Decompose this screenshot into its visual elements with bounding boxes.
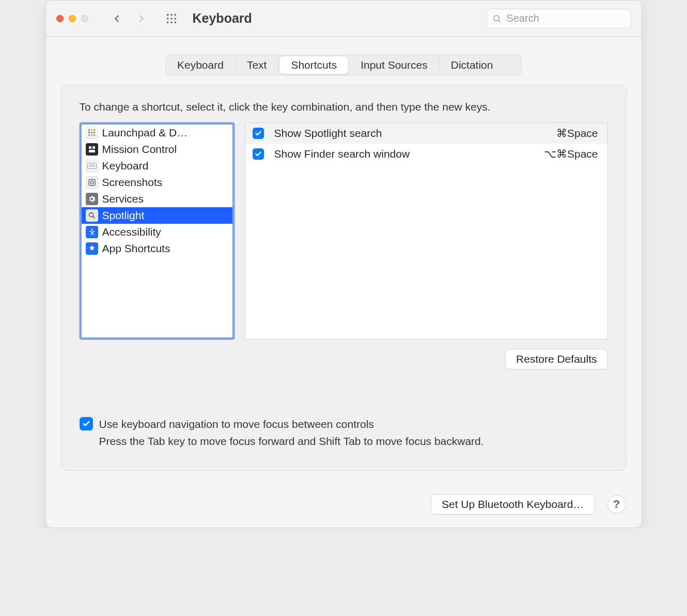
search-icon [492, 13, 502, 24]
svg-rect-13 [93, 129, 95, 131]
tab-text[interactable]: Text [236, 55, 279, 75]
instruction-text: To change a shortcut, select it, click t… [80, 101, 608, 113]
appsc-icon [86, 242, 98, 255]
close-window-button[interactable] [56, 15, 64, 22]
grid-icon [166, 13, 177, 24]
svg-rect-15 [91, 132, 92, 133]
shortcut-row[interactable]: Show Finder search window⌥⌘Space [245, 144, 607, 164]
category-label: Mission Control [102, 143, 177, 156]
keyboard-navigation-checkbox[interactable] [80, 417, 93, 430]
svg-rect-26 [89, 179, 95, 186]
restore-defaults-button[interactable]: Restore Defaults [505, 349, 607, 369]
tab-input-sources[interactable]: Input Sources [349, 55, 440, 75]
search-input[interactable] [505, 12, 625, 25]
svg-point-4 [170, 18, 173, 20]
shortcut-enabled-checkbox[interactable] [253, 148, 264, 160]
svg-rect-16 [93, 132, 95, 133]
chevron-left-icon [111, 13, 122, 24]
shortcut-row[interactable]: Show Spotlight search⌘Space [245, 123, 607, 144]
category-label: Launchpad & D… [102, 127, 188, 139]
keyboard-navigation-option: Use keyboard navigation to move focus be… [80, 416, 608, 450]
category-spotlight[interactable]: Spotlight [82, 207, 232, 224]
mission-icon [86, 143, 98, 156]
category-services[interactable]: Services [82, 191, 232, 207]
category-mission[interactable]: Mission Control [82, 141, 232, 158]
category-label: Screenshots [102, 176, 163, 189]
svg-rect-23 [87, 163, 96, 169]
search-field-wrapper[interactable] [487, 9, 631, 28]
tab-shortcuts[interactable]: Shortcuts [279, 56, 348, 74]
svg-rect-17 [88, 134, 90, 136]
svg-point-5 [174, 18, 176, 20]
category-label: Keyboard [102, 160, 149, 172]
svg-line-10 [498, 20, 500, 22]
shortcut-keys[interactable]: ⌘Space [556, 127, 598, 140]
category-list[interactable]: Launchpad & D…Mission ControlKeyboardScr… [80, 122, 235, 340]
category-label: Services [102, 193, 144, 205]
launchpad-icon [86, 127, 98, 139]
keyboard-icon [86, 160, 98, 172]
shortcut-enabled-checkbox[interactable] [253, 128, 264, 139]
svg-point-7 [170, 21, 173, 23]
keyboard-navigation-hint: Press the Tab key to move focus forward … [99, 433, 484, 450]
keyboard-navigation-label: Use keyboard navigation to move focus be… [99, 416, 484, 433]
svg-rect-18 [91, 134, 92, 136]
screenshot-icon [86, 176, 98, 189]
category-access[interactable]: Accessibility [82, 224, 232, 240]
panes: Launchpad & D…Mission ControlKeyboardScr… [80, 122, 608, 340]
svg-rect-20 [89, 146, 91, 149]
svg-point-0 [166, 13, 168, 16]
svg-point-27 [90, 181, 93, 184]
svg-rect-22 [89, 150, 95, 152]
svg-rect-21 [92, 146, 95, 149]
svg-rect-12 [91, 129, 92, 131]
shortcut-label: Show Finder search window [274, 148, 534, 160]
preferences-window: Keyboard KeyboardTextShortcutsInput Sour… [45, 0, 642, 528]
services-icon [86, 193, 98, 205]
show-all-preferences-button[interactable] [161, 8, 182, 29]
chevron-right-icon [136, 13, 147, 24]
check-icon [82, 420, 90, 428]
keyboard-navigation-text: Use keyboard navigation to move focus be… [99, 416, 484, 450]
tab-bar: KeyboardTextShortcutsInput SourcesDictat… [165, 55, 522, 75]
window-footer: Set Up Bluetooth Keyboard… ? [46, 484, 642, 528]
zoom-window-button[interactable] [81, 15, 88, 22]
category-launchpad[interactable]: Launchpad & D… [82, 125, 232, 141]
category-label: App Shortcuts [102, 242, 170, 255]
category-keyboard[interactable]: Keyboard [82, 158, 232, 174]
window-title: Keyboard [193, 11, 252, 26]
tab-dictation[interactable]: Dictation [440, 55, 505, 75]
access-icon [86, 226, 98, 238]
shortcut-label: Show Spotlight search [274, 127, 546, 140]
svg-point-6 [166, 21, 168, 23]
svg-point-8 [174, 21, 176, 23]
category-appsc[interactable]: App Shortcuts [82, 240, 232, 257]
shortcut-keys[interactable]: ⌥⌘Space [544, 148, 598, 160]
svg-rect-19 [93, 134, 95, 136]
svg-point-30 [91, 229, 92, 230]
back-button[interactable] [108, 8, 126, 29]
svg-point-9 [493, 16, 498, 21]
category-label: Accessibility [102, 226, 161, 238]
svg-rect-11 [88, 129, 90, 131]
category-screenshot[interactable]: Screenshots [82, 174, 232, 191]
help-button[interactable]: ? [607, 495, 626, 514]
shortcut-list[interactable]: Show Spotlight search⌘SpaceShow Finder s… [245, 122, 608, 340]
minimize-window-button[interactable] [69, 15, 76, 22]
svg-point-28 [89, 213, 93, 217]
shortcuts-panel: To change a shortcut, select it, click t… [61, 85, 627, 471]
window-controls [56, 15, 88, 22]
window-toolbar: Keyboard [46, 1, 642, 37]
svg-point-2 [174, 13, 176, 16]
window-body: KeyboardTextShortcutsInput SourcesDictat… [46, 37, 642, 484]
spotlight-icon [86, 209, 98, 222]
setup-bluetooth-keyboard-button[interactable]: Set Up Bluetooth Keyboard… [431, 494, 595, 515]
svg-point-1 [170, 13, 173, 16]
svg-point-3 [166, 18, 168, 20]
svg-rect-14 [88, 132, 90, 133]
category-label: Spotlight [102, 209, 145, 222]
svg-line-29 [92, 217, 95, 219]
forward-button[interactable] [133, 8, 150, 29]
tab-keyboard[interactable]: Keyboard [166, 55, 236, 75]
restore-row: Restore Defaults [80, 349, 608, 369]
